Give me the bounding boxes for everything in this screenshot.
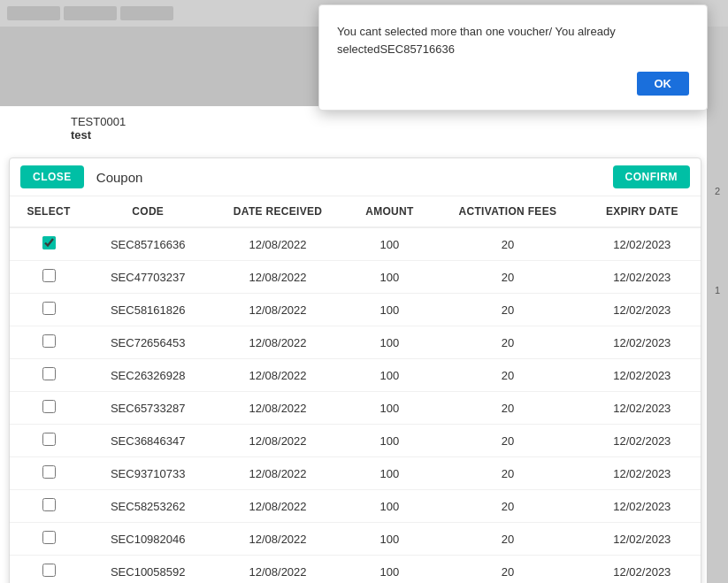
code-cell: SEC72656453 xyxy=(88,326,208,359)
table-row: SEC3684634712/08/20221002012/02/2023 xyxy=(10,425,701,457)
modal-header: CLOSE Coupon CONFIRM xyxy=(10,158,701,196)
expiry-cell: 12/02/2023 xyxy=(584,556,701,584)
date-cell: 12/08/2022 xyxy=(208,294,347,326)
amount-cell: 100 xyxy=(348,392,432,425)
code-cell: SEC10982046 xyxy=(88,523,208,556)
page-number-1: 1 xyxy=(715,285,720,295)
expiry-cell: 12/02/2023 xyxy=(584,294,701,326)
fee-cell: 20 xyxy=(432,326,584,359)
table-row: SEC4770323712/08/20221002012/02/2023 xyxy=(10,261,701,294)
select-cell xyxy=(10,490,88,523)
date-cell: 12/08/2022 xyxy=(208,556,347,584)
row-checkbox[interactable] xyxy=(42,302,56,315)
coupon-modal: CLOSE Coupon CONFIRM SELECT CODE DATE RE… xyxy=(9,157,701,583)
expiry-cell: 12/02/2023 xyxy=(584,425,701,457)
amount-cell: 100 xyxy=(348,490,432,523)
fee-cell: 20 xyxy=(432,490,584,523)
code-cell: SEC85716636 xyxy=(88,227,208,261)
alert-message: You cant selected more than one voucher/… xyxy=(337,23,689,58)
col-fee: ACTIVATION FEES xyxy=(432,196,584,227)
table-row: SEC9371073312/08/20221002012/02/2023 xyxy=(10,457,701,490)
row-checkbox[interactable] xyxy=(42,433,56,446)
row-checkbox[interactable] xyxy=(42,269,56,282)
row-checkbox[interactable] xyxy=(42,465,56,479)
fee-cell: 20 xyxy=(432,261,584,294)
right-sidebar: 2 1 xyxy=(707,27,728,583)
code-cell: SEC47703237 xyxy=(88,261,208,294)
col-amount: AMOUNT xyxy=(348,196,432,227)
amount-cell: 100 xyxy=(348,227,432,261)
date-cell: 12/08/2022 xyxy=(208,457,347,490)
date-cell: 12/08/2022 xyxy=(208,490,347,523)
expiry-cell: 12/02/2023 xyxy=(584,359,701,392)
alert-ok-button[interactable]: OK xyxy=(637,72,690,96)
select-cell xyxy=(10,392,88,425)
col-date: DATE RECEIVED xyxy=(208,196,347,227)
expiry-cell: 12/02/2023 xyxy=(584,227,701,261)
strip-1 xyxy=(7,6,60,20)
code-cell: SEC26326928 xyxy=(88,359,208,392)
amount-cell: 100 xyxy=(348,359,432,392)
expiry-cell: 12/02/2023 xyxy=(584,523,701,556)
select-cell xyxy=(10,261,88,294)
col-code: CODE xyxy=(88,196,208,227)
code-cell: SEC58161826 xyxy=(88,294,208,326)
panel-name: test xyxy=(71,128,126,142)
table-row: SEC5816182612/08/20221002012/02/2023 xyxy=(10,294,701,326)
col-select: SELECT xyxy=(10,196,88,227)
row-checkbox[interactable] xyxy=(42,236,56,249)
fee-cell: 20 xyxy=(432,425,584,457)
table-row: SEC8571663612/08/20221002012/02/2023 xyxy=(10,227,701,261)
select-cell xyxy=(10,523,88,556)
col-expiry: EXPIRY DATE xyxy=(584,196,701,227)
code-cell: SEC10058592 xyxy=(88,556,208,584)
table-row: SEC1005859212/08/20221002012/02/2023 xyxy=(10,556,701,584)
row-checkbox[interactable] xyxy=(42,498,56,511)
table-header-row: SELECT CODE DATE RECEIVED AMOUNT ACTIVAT… xyxy=(10,196,701,227)
select-cell xyxy=(10,326,88,359)
amount-cell: 100 xyxy=(348,294,432,326)
code-cell: SEC65733287 xyxy=(88,392,208,425)
date-cell: 12/08/2022 xyxy=(208,227,347,261)
date-cell: 12/08/2022 xyxy=(208,261,347,294)
code-cell: SEC93710733 xyxy=(88,457,208,490)
amount-cell: 100 xyxy=(348,523,432,556)
row-checkbox[interactable] xyxy=(42,367,56,380)
fee-cell: 20 xyxy=(432,523,584,556)
amount-cell: 100 xyxy=(348,261,432,294)
select-cell xyxy=(10,359,88,392)
amount-cell: 100 xyxy=(348,326,432,359)
date-cell: 12/08/2022 xyxy=(208,523,347,556)
code-cell: SEC36846347 xyxy=(88,425,208,457)
amount-cell: 100 xyxy=(348,556,432,584)
row-checkbox[interactable] xyxy=(42,531,56,544)
select-cell xyxy=(10,457,88,490)
expiry-cell: 12/02/2023 xyxy=(584,490,701,523)
confirm-button[interactable]: CONFIRM xyxy=(613,165,691,188)
row-checkbox[interactable] xyxy=(42,564,56,577)
table-row: SEC5825326212/08/20221002012/02/2023 xyxy=(10,490,701,523)
panel-info: TEST0001 test xyxy=(71,115,126,142)
fee-cell: 20 xyxy=(432,227,584,261)
amount-cell: 100 xyxy=(348,425,432,457)
table-row: SEC7265645312/08/20221002012/02/2023 xyxy=(10,326,701,359)
row-checkbox[interactable] xyxy=(42,334,56,348)
table-row: SEC6573328712/08/20221002012/02/2023 xyxy=(10,392,701,425)
table-row: SEC1098204612/08/20221002012/02/2023 xyxy=(10,523,701,556)
page-number-2: 2 xyxy=(715,186,720,196)
select-cell xyxy=(10,425,88,457)
amount-cell: 100 xyxy=(348,457,432,490)
select-cell xyxy=(10,556,88,584)
alert-dialog: You cant selected more than one voucher/… xyxy=(318,4,708,111)
select-cell xyxy=(10,227,88,261)
fee-cell: 20 xyxy=(432,457,584,490)
strip-3 xyxy=(120,6,173,20)
close-button[interactable]: CLOSE xyxy=(20,165,84,188)
select-cell xyxy=(10,294,88,326)
fee-cell: 20 xyxy=(432,556,584,584)
code-cell: SEC58253262 xyxy=(88,490,208,523)
fee-cell: 20 xyxy=(432,359,584,392)
strip-2 xyxy=(64,6,117,20)
expiry-cell: 12/02/2023 xyxy=(584,261,701,294)
row-checkbox[interactable] xyxy=(42,400,56,413)
